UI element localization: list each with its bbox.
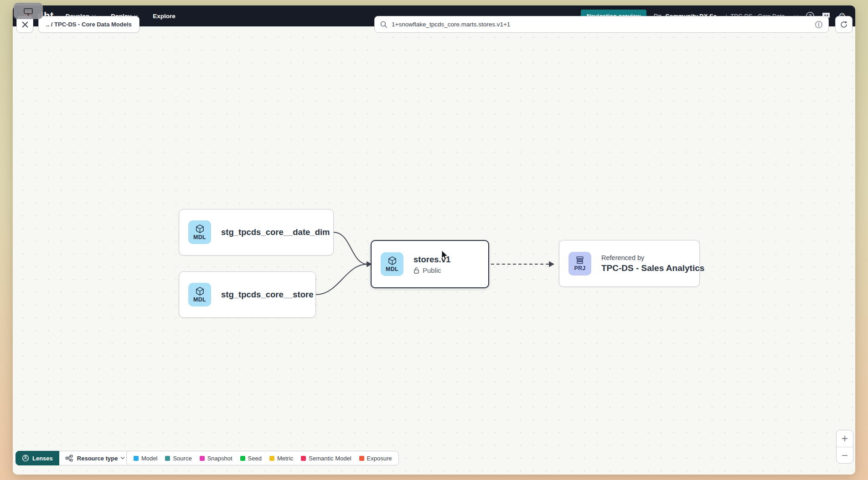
legend-item-metric: Metric [269, 455, 293, 462]
node-title: stg_tpcds_core__store [221, 290, 314, 300]
access-label: Public [423, 266, 441, 274]
legend-item-semantic-model: Semantic Model [301, 455, 351, 462]
model-badge-label: MDL [386, 266, 398, 272]
legend-label: Snapshot [207, 455, 232, 462]
legend-item-snapshot: Snapshot [200, 455, 232, 462]
lineage-search-bar [374, 16, 829, 33]
resource-type-dropdown[interactable]: Resource type [59, 451, 131, 465]
lenses-button[interactable]: Lenses [16, 451, 59, 465]
menu-explore-label: Explore [153, 13, 176, 20]
node-access-level: Public [413, 266, 450, 274]
model-badge-label: MDL [193, 234, 206, 240]
info-icon[interactable] [815, 20, 823, 29]
node-title: TPC-DS - Sales Analytics [601, 263, 704, 273]
zoom-out-button[interactable]: − [837, 447, 853, 464]
legend-item-source: Source [165, 455, 191, 462]
model-badge: MDL [381, 252, 403, 276]
node-title: stg_tpcds_core__date_dim [221, 227, 330, 237]
archive-box-icon [575, 256, 584, 265]
lens-aperture-icon [22, 454, 29, 462]
model-badge: MDL [188, 283, 211, 306]
legend-label: Metric [277, 455, 293, 462]
node-stores-v1[interactable]: MDL stores.v1 Public [371, 240, 489, 288]
legend-item-model: Model [134, 455, 157, 462]
node-stg-tpcds-core-store[interactable]: MDL stg_tpcds_core__store [179, 271, 316, 318]
node-referenced-by-project[interactable]: PRJ Referenced by TPC-DS - Sales Analyti… [559, 240, 700, 287]
lenses-label: Lenses [32, 455, 53, 462]
legend-swatch [165, 456, 170, 461]
graph-nodes-icon [65, 454, 73, 462]
legend-label: Semantic Model [309, 455, 351, 462]
legend-label: Source [173, 455, 191, 462]
selector-search-input[interactable] [392, 21, 811, 28]
search-icon [380, 21, 388, 28]
refresh-lineage-button[interactable] [835, 16, 852, 33]
screen-share-indicator [14, 3, 43, 19]
legend-item-seed: Seed [240, 455, 262, 462]
model-badge-label: MDL [193, 296, 206, 303]
project-badge: PRJ [568, 252, 591, 276]
cube-icon [195, 286, 205, 296]
refresh-icon [840, 20, 848, 29]
project-badge-label: PRJ [574, 265, 585, 271]
chevron-down-icon [121, 455, 124, 459]
screen-icon [24, 8, 33, 14]
zoom-controls: + − [836, 430, 853, 464]
legend-swatch [359, 456, 364, 461]
lineage-path-chip[interactable]: .. / TPC-DS - Core Data Models [38, 16, 140, 33]
resource-type-legend: Model Source Snapshot Seed Metric Semant… [126, 451, 399, 465]
legend-swatch [301, 456, 306, 461]
mouse-cursor [441, 250, 449, 260]
cube-icon [388, 256, 397, 266]
legend-label: Exposure [367, 455, 392, 462]
zoom-in-button[interactable]: + [837, 430, 853, 447]
node-stg-tpcds-core-date-dim[interactable]: MDL stg_tpcds_core__date_dim [179, 209, 334, 255]
legend-swatch [200, 456, 205, 461]
legend-swatch [240, 456, 245, 461]
legend-swatch [269, 456, 274, 461]
menu-explore[interactable]: Explore [153, 13, 176, 20]
legend-item-exposure: Exposure [359, 455, 392, 462]
legend-swatch [134, 456, 139, 461]
model-badge: MDL [188, 220, 211, 244]
footer-controls: Lenses Resource type [16, 451, 130, 465]
legend-label: Model [141, 455, 157, 462]
node-text: Referenced by TPC-DS - Sales Analytics [601, 254, 704, 273]
close-icon [22, 21, 28, 28]
lock-open-icon [413, 267, 419, 274]
cube-icon [195, 224, 205, 234]
dbt-app-window: dbt Develop Deploy Explore Navigation pr… [13, 5, 855, 475]
legend-label: Seed [248, 455, 262, 462]
lineage-canvas[interactable]: MDL stg_tpcds_core__date_dim MDL stg_tpc… [13, 26, 855, 475]
referenced-by-label: Referenced by [601, 254, 704, 261]
resource-type-label: Resource type [77, 455, 118, 462]
